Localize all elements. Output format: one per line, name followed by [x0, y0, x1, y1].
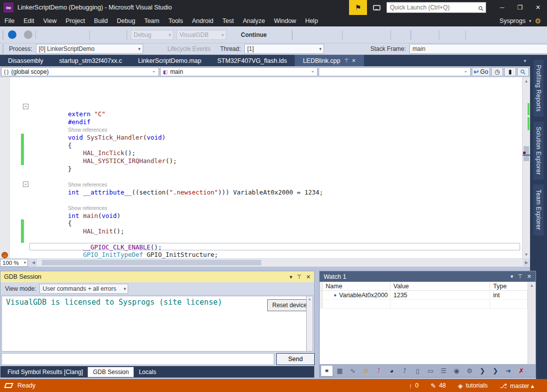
modules-window-icon[interactable]: ⚙	[360, 365, 372, 377]
step-into-icon[interactable]	[356, 29, 366, 40]
menu-item[interactable]: Edit	[19, 15, 39, 26]
nav-back-icon[interactable]	[8, 30, 16, 39]
code-line[interactable]: → Show references	[0, 173, 522, 181]
status-pushes[interactable]: ↑0	[403, 382, 424, 390]
reset-target-icon[interactable]	[260, 283, 271, 294]
history-timer-button[interactable]: ◷	[491, 67, 503, 76]
thread-combo[interactable]: [1]	[244, 44, 324, 54]
watch-name[interactable]: VariableAt0x2000	[339, 292, 388, 299]
solution-config-combo[interactable]: Debug	[131, 30, 174, 40]
scroll-up-icon[interactable]: ▲	[308, 297, 312, 301]
nav-back-dropdown[interactable]	[17, 29, 23, 40]
open-log-folder-icon[interactable]	[173, 283, 183, 294]
find-combo[interactable]	[319, 67, 471, 76]
send-button[interactable]: Send	[276, 353, 315, 365]
flag-thread-icon[interactable]	[347, 43, 358, 54]
pin-icon[interactable]: ⊤	[518, 273, 523, 280]
lifecycle-icon[interactable]	[155, 43, 166, 54]
timing-icon[interactable]	[249, 283, 260, 294]
menu-item[interactable]: Android	[187, 15, 218, 26]
code-line[interactable]: →	[0, 142, 522, 150]
stack-frame-combo[interactable]: main	[409, 44, 547, 54]
doc-tab[interactable]: STM32F407VG_flash.lds ⊤✕	[209, 55, 295, 66]
code-editor[interactable]: → extern "C" → #endif → Show refer	[0, 77, 530, 258]
pin-icon[interactable]: ⊤	[297, 274, 302, 280]
code-line[interactable]: → − void SysTick_Handler(void)	[0, 102, 522, 110]
watch-scrollbar[interactable]: ▲	[528, 282, 536, 364]
gdb-output-area[interactable]: VisualGDB is licensed to Sysprogs (site …	[1, 296, 307, 352]
navigate-forward-ex-icon[interactable]	[426, 29, 437, 40]
pause-output-icon[interactable]	[162, 283, 173, 294]
registers-window-icon[interactable]: ∿	[347, 365, 359, 377]
code-line[interactable]: → VariableAt0x2000++;	[0, 235, 522, 243]
code-line[interactable]: →	[0, 243, 522, 251]
menu-item[interactable]: View	[39, 15, 61, 26]
tag-button[interactable]: ▮	[504, 67, 516, 76]
minimize-button[interactable]: ─	[493, 0, 511, 15]
zoom-dropdown[interactable]: 100 %	[0, 259, 28, 267]
scope-dropdown[interactable]: { } (global scope)	[1, 67, 159, 76]
window-position-dropdown-icon[interactable]: ▾	[290, 274, 293, 280]
disable-asm-icon[interactable]	[183, 283, 194, 294]
code-line[interactable]: → {	[0, 110, 522, 118]
step-over-icon[interactable]	[366, 29, 377, 40]
callstack-window-icon[interactable]: ☰	[437, 365, 450, 377]
hscroll-right-icon[interactable]: ▶	[523, 260, 530, 265]
redo-icon[interactable]	[108, 29, 119, 40]
hscroll-left-icon[interactable]: ◀	[30, 260, 37, 265]
lifecycle-label[interactable]: Lifecycle Events	[166, 43, 213, 54]
column-header-type[interactable]: Type	[490, 282, 528, 290]
code-line[interactable]: →	[0, 165, 522, 173]
clear-output-icon[interactable]	[140, 283, 151, 294]
command-window-icon[interactable]: ❯	[489, 365, 502, 377]
window-position-dropdown-icon[interactable]: ▾	[511, 273, 514, 280]
warning-balloon-icon[interactable]	[216, 283, 227, 294]
find-output-icon[interactable]	[227, 283, 238, 294]
code-line[interactable]: → int __attribute__((section(".newsectio…	[0, 157, 522, 165]
gdb-command-input[interactable]	[2, 354, 274, 365]
watch-value[interactable]	[390, 300, 490, 308]
breakpoints-window-icon[interactable]: ◉	[450, 365, 463, 377]
platform-combo[interactable]: VisualGDB	[177, 30, 226, 40]
doc-tab[interactable]: LinkerScriptDemo.map ⊤✕	[130, 55, 209, 66]
bottom-tab[interactable]: GDB Session	[88, 367, 134, 377]
continue-label[interactable]: Continue	[239, 29, 269, 40]
column-header-value[interactable]: Value	[390, 282, 490, 290]
gdb-panel-titlebar[interactable]: GDB Session ▾ ⊤ ✕	[0, 271, 314, 282]
attach-process-icon[interactable]	[274, 29, 285, 40]
scroll-down-icon[interactable]: ▼	[523, 252, 530, 257]
watch-row[interactable]: ●	[320, 300, 536, 309]
code-line[interactable]: → #endif	[0, 87, 522, 95]
diagnostics-graph-icon[interactable]: ⤴	[398, 365, 411, 377]
code-line[interactable]: → Show references	[0, 94, 522, 102]
doc-tab[interactable]: startup_stm32f407xx.c ⊤✕	[51, 55, 130, 66]
screen-window-icon[interactable]: ▭	[424, 365, 437, 377]
test-checklist-icon[interactable]	[205, 283, 216, 294]
code-line[interactable]: → {	[0, 189, 522, 196]
side-tab[interactable]: Profiling Reports	[534, 60, 544, 117]
toolbar1-overflow[interactable]	[512, 29, 517, 40]
new-project-icon[interactable]	[38, 29, 49, 40]
menu-item[interactable]: Help	[301, 15, 323, 26]
code-line[interactable]: → }	[0, 134, 522, 142]
continue-play-icon[interactable]	[228, 29, 239, 40]
fold-toggle-icon[interactable]: −	[23, 104, 28, 109]
stop-icon[interactable]	[307, 29, 318, 40]
profiler-clock-icon[interactable]: ◕	[385, 365, 398, 377]
reset-device-icon[interactable]	[329, 29, 340, 40]
watch-window-icon[interactable]: ⚭	[321, 365, 333, 377]
account-dropdown-icon[interactable]: ▾	[529, 18, 532, 23]
side-tab[interactable]: Team Explorer	[534, 185, 544, 235]
watch-value[interactable]: 1235	[390, 291, 490, 299]
bottom-tab[interactable]: Locals	[134, 367, 161, 377]
pause-icon[interactable]	[296, 29, 307, 40]
doc-tab[interactable]: LEDBlink.cpp ⊤✕	[295, 55, 364, 66]
gdb-output-scrollbar[interactable]: ▲	[306, 296, 313, 352]
code-line[interactable]: →	[0, 227, 522, 235]
go-button[interactable]: ↩ Go	[472, 67, 490, 76]
tab-overflow-icon[interactable]: ▾	[520, 58, 530, 63]
nav-forward-icon[interactable]	[24, 30, 32, 39]
menu-item[interactable]: File	[0, 15, 19, 26]
doc-tab[interactable]: Disassembly ⊤✕	[0, 55, 51, 66]
editor-vertical-scrollbar[interactable]: ▲ ▼	[522, 77, 530, 258]
